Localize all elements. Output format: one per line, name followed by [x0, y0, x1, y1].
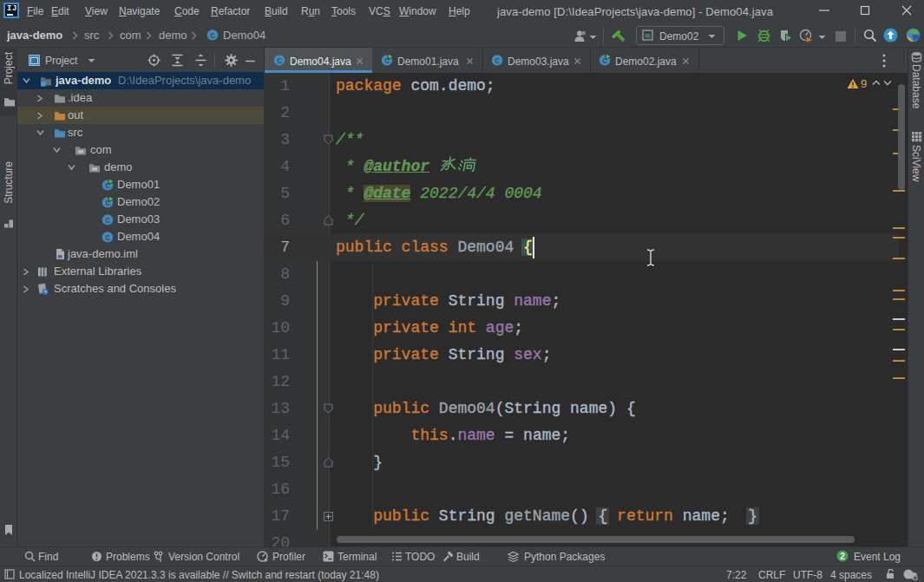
svg-text:2: 2 [840, 552, 845, 561]
svg-text:C: C [105, 216, 110, 226]
svg-text:C: C [105, 233, 110, 243]
svg-text:C: C [210, 31, 215, 41]
svg-text:C: C [495, 56, 500, 66]
svg-text:C: C [277, 56, 282, 66]
